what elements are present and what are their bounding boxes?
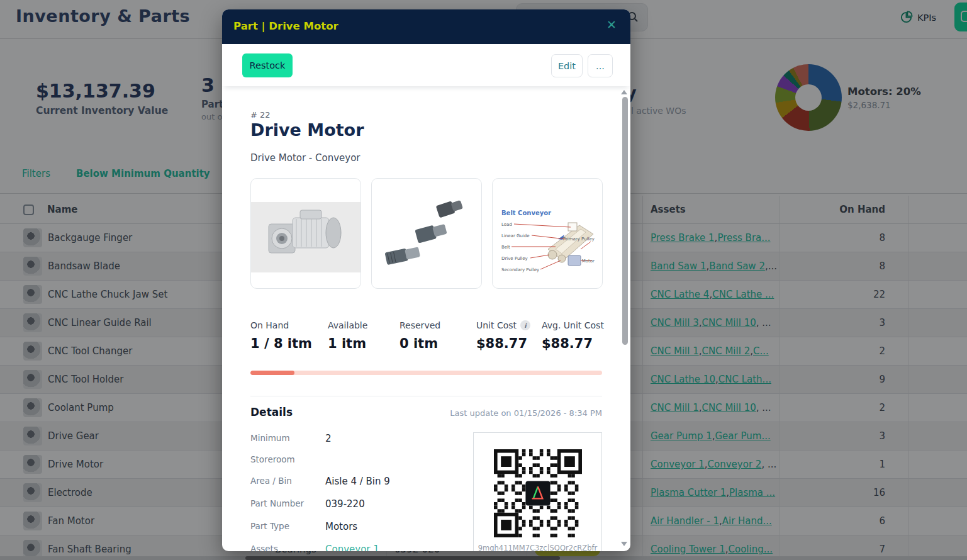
part-stat-value: 1 itm <box>328 336 367 351</box>
diagram-label: Belt <box>501 245 510 250</box>
diagram-title: Belt Conveyor <box>501 210 551 216</box>
qr-caption: 9mqh411MM7C3zc|SQQr2cRZbfr <box>474 544 601 551</box>
details-heading: Details <box>250 406 293 418</box>
detail-asset-link[interactable]: Conveyor 1 <box>325 544 379 551</box>
diagram-label: Linear Guide <box>501 233 530 238</box>
scrollbar-up-arrow-icon[interactable] <box>621 90 627 94</box>
part-stat-label: Reserved <box>400 320 440 330</box>
part-stat-value: $88.77 <box>476 336 530 351</box>
gear-motor-photo <box>251 179 361 289</box>
part-stat-value: 0 itm <box>400 336 440 351</box>
modal-scrollbar-thumb[interactable] <box>622 97 628 345</box>
stock-progress-bar <box>250 371 602 375</box>
detail-value: Aisle 4 / Bin 9 <box>325 476 390 487</box>
diagram-label: Load <box>501 222 512 227</box>
more-options-button[interactable]: ... <box>588 54 613 77</box>
modal-header: Part | Drive Motor ✕ <box>222 9 630 44</box>
detail-label: Assets <box>250 544 278 551</box>
close-icon[interactable]: ✕ <box>606 18 617 31</box>
motor-set-photo <box>372 179 482 289</box>
detail-value: 039-220 <box>325 498 365 510</box>
detail-label: Minimum <box>250 433 290 443</box>
part-stat: Avg. Unit Cost$88.77 <box>542 320 604 351</box>
modal-body: # 22 Drive Motor Drive Motor - Conveyor <box>222 86 630 551</box>
belt-conveyor-diagram: Belt Conveyor Load <box>493 179 603 289</box>
diagram-label: Motor <box>582 259 595 264</box>
part-name: Drive Motor <box>250 120 364 140</box>
info-icon[interactable]: i <box>520 320 530 330</box>
part-stat-label: Available <box>328 320 367 330</box>
part-photo-2[interactable] <box>371 178 482 289</box>
restock-button[interactable]: Restock <box>242 53 293 77</box>
part-detail-modal: Part | Drive Motor ✕ Restock Edit ... # … <box>222 9 630 551</box>
part-stat: Unit Costi$88.77 <box>476 320 530 351</box>
part-stat: On Hand1 / 8 itm <box>250 320 312 351</box>
details-divider <box>250 396 602 396</box>
qr-panel: 9mqh411MM7C3zc|SQQr2cRZbfr <box>473 432 602 551</box>
edit-button[interactable]: Edit <box>551 54 583 77</box>
detail-label: Part Number <box>250 498 304 508</box>
detail-label: Area / Bin <box>250 476 292 486</box>
part-diagram[interactable]: Belt Conveyor Load <box>492 178 603 289</box>
part-stat-label: Avg. Unit Cost <box>542 320 604 330</box>
diagram-label: Drive Pulley <box>501 256 528 261</box>
modal-toolbar: Restock Edit ... <box>222 44 630 86</box>
scrollbar-down-arrow-icon[interactable] <box>621 542 627 546</box>
detail-label: Storeroom <box>250 454 295 464</box>
part-photo-1[interactable] <box>250 178 361 289</box>
diagram-label: Primary Pulley <box>563 237 595 242</box>
part-stat-label: Unit Costi <box>476 320 530 330</box>
modal-title: Part | Drive Motor <box>233 20 338 32</box>
detail-value: Motors <box>325 521 357 532</box>
part-subtitle: Drive Motor - Conveyor <box>250 152 361 164</box>
part-stat: Available1 itm <box>328 320 367 351</box>
part-image-gallery: Belt Conveyor Load <box>250 178 603 289</box>
detail-label: Part Type <box>250 521 289 531</box>
detail-value: 2 <box>325 433 332 444</box>
part-id: # 22 <box>250 110 271 120</box>
part-stat: Reserved0 itm <box>400 320 440 351</box>
last-update-text: Last update on 01/15/2026 - 8:34 PM <box>450 408 602 418</box>
qr-code <box>494 449 582 537</box>
part-stat-value: 1 / 8 itm <box>250 336 312 351</box>
diagram-label: Secondary Pulley <box>501 267 539 272</box>
stock-progress-fill <box>250 371 294 375</box>
part-stat-value: $88.77 <box>542 336 604 351</box>
part-stat-label: On Hand <box>250 320 312 330</box>
